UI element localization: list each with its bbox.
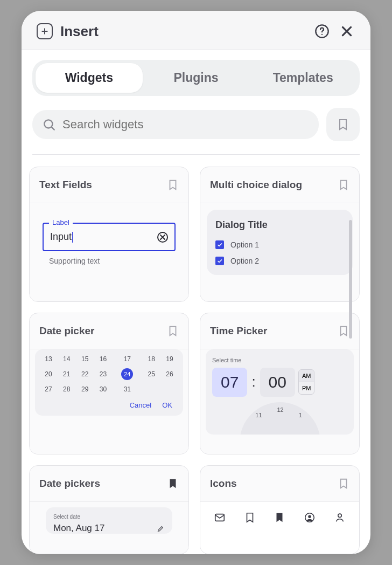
day-cell[interactable]: 25	[142, 366, 160, 383]
select-date-label: Select date	[53, 514, 165, 520]
calendar-actions: Cancel OK	[39, 396, 179, 410]
ampm-toggle[interactable]: AM PM	[298, 369, 315, 395]
bookmark-icon[interactable]	[338, 178, 349, 192]
option-row[interactable]: Option 1	[215, 240, 344, 249]
cancel-button[interactable]: Cancel	[130, 401, 151, 409]
date-input-preview[interactable]: Select date Mon, Aug 17	[46, 507, 172, 534]
text-field[interactable]: Label Input	[43, 223, 176, 251]
tab-widgets[interactable]: Widgets	[36, 63, 143, 93]
calendar-grid: 13 14 15 16 17 18 19 20 21 22 23	[39, 353, 179, 396]
search-input[interactable]	[62, 118, 309, 132]
card-title: Icons	[210, 478, 237, 490]
card-multi-choice[interactable]: Multi choice dialog Dialog Title Option …	[200, 167, 360, 302]
close-button[interactable]	[338, 23, 355, 40]
day-cell[interactable]: 27	[39, 383, 58, 396]
day-cell[interactable]: 29	[76, 383, 94, 396]
day-cell[interactable]: 22	[76, 366, 94, 383]
card-date-picker[interactable]: Date picker 13 14 15 16 17 18 19	[29, 313, 189, 455]
svg-point-7	[338, 514, 341, 517]
insert-panel: Insert Widgets Plugins Templates Text Fi…	[22, 11, 370, 554]
day-cell	[142, 383, 160, 396]
day-cell[interactable]: 15	[76, 353, 94, 366]
day-cell[interactable]: 30	[94, 383, 113, 396]
divider	[32, 154, 360, 155]
supporting-text: Supporting text	[43, 257, 176, 265]
day-cell[interactable]: 13	[39, 353, 58, 366]
day-cell[interactable]: 20	[39, 366, 58, 383]
day-cell[interactable]: 16	[94, 353, 113, 366]
ok-button[interactable]: OK	[162, 401, 172, 409]
select-time-label: Select time	[212, 357, 347, 363]
am-option[interactable]: AM	[299, 370, 314, 382]
dialog-title: Dialog Title	[215, 219, 344, 231]
bookmark-icon[interactable]	[338, 324, 349, 338]
card-time-picker[interactable]: Time Picker Select time 07 : 00 AM PM	[200, 313, 360, 455]
card-header: Time Picker	[200, 313, 359, 349]
bookmark-filled-icon[interactable]	[167, 477, 179, 491]
dial-number: 1	[299, 412, 302, 418]
help-button[interactable]	[313, 23, 331, 40]
bookmark-filled-icon	[274, 512, 285, 523]
option-label: Option 2	[230, 257, 259, 265]
day-cell[interactable]: 14	[58, 353, 76, 366]
svg-point-2	[44, 120, 52, 128]
option-row[interactable]: Option 2	[215, 257, 344, 265]
day-cell[interactable]: 26	[160, 366, 179, 383]
card-preview: 13 14 15 16 17 18 19 20 21 22 23	[30, 349, 188, 454]
clock-dial[interactable]: 11 12 1	[212, 402, 347, 435]
day-cell[interactable]: 28	[58, 383, 76, 396]
panel-title: Insert	[60, 23, 313, 40]
day-cell-selected[interactable]: 24	[112, 366, 142, 383]
card-header: Multi choice dialog	[200, 167, 359, 203]
person-icon	[334, 512, 346, 523]
selected-date: Mon, Aug 17	[53, 523, 104, 534]
pm-option[interactable]: PM	[299, 382, 314, 394]
card-text-fields[interactable]: Text Fields Label Input Supporting text	[29, 167, 189, 302]
bookmarks-button[interactable]	[326, 108, 360, 141]
day-cell[interactable]: 18	[142, 353, 160, 366]
insert-icon	[37, 23, 53, 39]
checkbox-checked-icon[interactable]	[215, 257, 224, 265]
panel-header: Insert	[22, 11, 370, 50]
search-row	[32, 108, 360, 141]
svg-point-6	[309, 515, 312, 519]
card-title: Date picker	[39, 325, 94, 337]
day-cell[interactable]: 31	[112, 383, 142, 396]
dial-number: 11	[255, 412, 262, 418]
tab-bar: Widgets Plugins Templates	[32, 60, 360, 96]
scrollbar[interactable]	[349, 220, 352, 339]
card-header: Date pickers	[30, 466, 188, 502]
card-preview	[200, 502, 359, 554]
field-label: Label	[49, 218, 73, 226]
card-date-pickers[interactable]: Date pickers Select date Mon, Aug 17	[29, 465, 189, 554]
card-header: Icons	[200, 466, 359, 502]
clear-icon[interactable]	[156, 231, 169, 244]
card-title: Date pickers	[39, 478, 100, 490]
card-preview: Select time 07 : 00 AM PM 11 12	[200, 349, 359, 454]
edit-icon[interactable]	[157, 525, 165, 533]
day-cell[interactable]: 19	[160, 353, 179, 366]
account-circle-icon	[304, 512, 316, 523]
tab-templates[interactable]: Templates	[249, 63, 356, 93]
hour-value[interactable]: 07	[212, 368, 247, 397]
day-cell[interactable]: 23	[94, 366, 113, 383]
option-label: Option 1	[230, 240, 259, 249]
card-header: Date picker	[30, 313, 188, 349]
widget-grid[interactable]: Text Fields Label Input Supporting text	[29, 167, 363, 554]
day-cell[interactable]: 21	[58, 366, 76, 383]
field-value: Input	[50, 231, 73, 242]
card-title: Text Fields	[39, 179, 92, 191]
card-preview: Select date Mon, Aug 17	[30, 502, 188, 554]
card-icons[interactable]: Icons	[200, 465, 360, 554]
tab-plugins[interactable]: Plugins	[143, 63, 250, 93]
checkbox-checked-icon[interactable]	[215, 240, 224, 249]
card-preview: Label Input Supporting text	[30, 203, 188, 301]
bookmark-icon[interactable]	[167, 178, 179, 192]
search-box[interactable]	[32, 110, 319, 139]
calendar[interactable]: 13 14 15 16 17 18 19 20 21 22 23	[35, 349, 183, 416]
bookmark-icon[interactable]	[167, 324, 179, 338]
day-cell[interactable]: 17	[112, 353, 142, 366]
bookmark-icon[interactable]	[338, 477, 349, 491]
time-picker-preview: Select time 07 : 00 AM PM 11 12	[206, 349, 354, 435]
minute-value[interactable]: 00	[260, 368, 295, 397]
